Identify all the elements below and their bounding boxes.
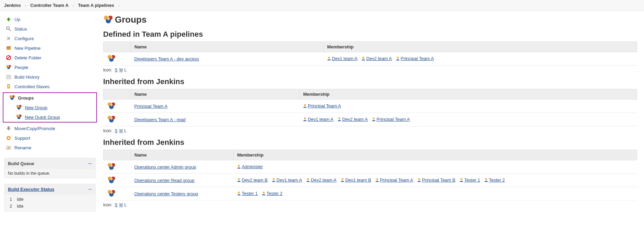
icon-size-m[interactable]: M [119,203,123,207]
icon-size-m[interactable]: M [119,68,123,72]
table-row: Developers Team A - dev accessDev1 team … [103,52,637,66]
groups-table: NameMembershipOperations center Admin gr… [103,150,637,200]
group-name-link[interactable]: Operations center Admin group [134,164,196,170]
col-membership: Membership [324,42,637,52]
member-link[interactable]: Dev1 team A [303,117,333,122]
member-link[interactable]: Tester 1 [237,191,258,196]
group-name-link[interactable]: Operations center Read group [134,178,195,183]
sidebar-item-support[interactable]: Support [0,133,100,143]
sidebar-item-people[interactable]: People [0,62,100,72]
support-icon [6,135,12,141]
group-icon [9,95,15,101]
sidebar-item-move-copy-promote[interactable]: Move/Copy/Promote [0,124,100,133]
chevron-right-icon: › [25,3,26,8]
icon-size-current: L [124,128,127,133]
collapse-icon[interactable]: — [88,187,92,191]
icon-size-s[interactable]: S [115,68,118,72]
build-queue-title: Build Queue [8,161,34,166]
history-icon [6,74,12,80]
col-name: Name [131,42,324,52]
box-icon [6,45,12,51]
group-icon [103,160,131,174]
collapse-icon[interactable]: — [88,162,92,165]
group-icon [103,174,131,187]
svg-rect-7 [7,47,11,50]
member-link[interactable]: Tester 2 [484,177,505,183]
lock-icon [6,83,12,90]
member-link[interactable]: Principal Team A [396,56,434,61]
sidebar-item-status[interactable]: Status [0,24,100,34]
svg-point-16 [8,137,10,139]
sidebar-item-new-group[interactable]: New Group [3,103,96,112]
sidebar-item-build-history[interactable]: Build History [0,72,100,82]
svg-line-10 [7,56,10,59]
sidebar-item-controlled-slaves[interactable]: Controlled Slaves [0,82,100,91]
group-icon [16,104,22,111]
icon-sizer: Icon: S M L [103,128,637,133]
table-row: Principal Team APrincipal Team A [103,100,637,113]
chevron-right-icon: › [118,3,120,8]
section-title: Defined in Team A pipelines [103,30,637,39]
member-link[interactable]: Principal Team A [303,103,341,108]
table-row: Developers Team A - readDev1 team A Dev2… [103,113,637,126]
nope-icon [6,55,12,61]
groups-table: NameMembershipDevelopers Team A - dev ac… [103,42,637,66]
sidebar-item-up[interactable]: Up [0,14,100,24]
table-row: Operations center Admin groupAdminister [103,160,637,174]
member-link[interactable]: Dev2 team A [337,117,368,122]
group-icon [103,113,131,126]
breadcrumb-item[interactable]: Team A pipelines [78,3,114,8]
group-name-link[interactable]: Developers Team A - read [134,117,186,122]
executor-title[interactable]: Build Executor Status [8,187,54,192]
member-link[interactable]: Dev2 team B [237,177,268,183]
group-name-link[interactable]: Operations center Testers group [134,191,198,196]
member-link[interactable]: Principal Team A [372,117,410,122]
group-name-link[interactable]: Developers Team A - dev access [134,56,199,61]
icon-size-m[interactable]: M [119,128,123,133]
table-row: Operations center Read groupDev2 team B … [103,174,637,187]
groups-nav-highlight: Groups New Group New Quick Group [3,92,97,123]
move-icon [6,125,12,131]
icon-size-current: L [124,68,127,72]
breadcrumb-item[interactable]: Controller Team A [30,3,68,8]
up-icon [6,16,12,22]
sidebar: UpStatusConfigureNew PipelineDelete Fold… [0,11,100,215]
member-link[interactable]: Dev1 team A [327,56,357,61]
icon-size-s[interactable]: S [115,128,118,133]
col-name: Name [131,89,300,100]
groups-table: NameMembershipPrincipal Team APrincipal … [103,89,637,126]
sidebar-item-groups[interactable]: Groups [3,93,96,103]
group-icon [103,15,113,25]
icon-size-s[interactable]: S [115,203,118,207]
member-link[interactable]: Tester 2 [262,191,282,196]
col-membership: Membership [299,89,637,100]
member-link[interactable]: Dev2 team A [361,56,392,61]
member-link[interactable]: Tester 1 [459,177,480,183]
member-link[interactable]: Principal Team A [375,177,413,183]
icon-sizer: Icon: S M L [103,68,637,72]
svg-line-6 [9,30,11,31]
member-link[interactable]: Dev2 team A [306,177,336,183]
group-icon [16,114,22,120]
member-link[interactable]: Administer [237,164,263,169]
sidebar-item-configure[interactable]: Configure [0,34,100,43]
search-icon [6,26,12,32]
member-link[interactable]: Dev1 team A [272,177,302,183]
sidebar-item-rename[interactable]: Rename [0,143,100,152]
member-link[interactable]: Principal Team B [417,177,455,183]
chevron-right-icon: › [73,3,74,8]
sidebar-item-new-quick-group[interactable]: New Quick Group [3,112,96,122]
group-name-link[interactable]: Principal Team A [134,104,168,109]
sidebar-item-delete-folder[interactable]: Delete Folder [0,53,100,62]
page-title: Groups [103,14,637,25]
group-icon [103,100,131,113]
col-name: Name [131,150,234,160]
icon-size-current: L [124,203,127,207]
svg-point-5 [7,27,9,30]
build-executor-status: Build Executor Status — 1Idle2Idle [4,184,96,211]
group-icon [103,52,131,66]
sidebar-item-new-pipeline[interactable]: New Pipeline [0,43,100,53]
section-title: Inherited from Jenkins [103,77,637,86]
member-link[interactable]: Dev1 team B [340,177,371,183]
breadcrumb-item[interactable]: Jenkins [4,3,21,8]
